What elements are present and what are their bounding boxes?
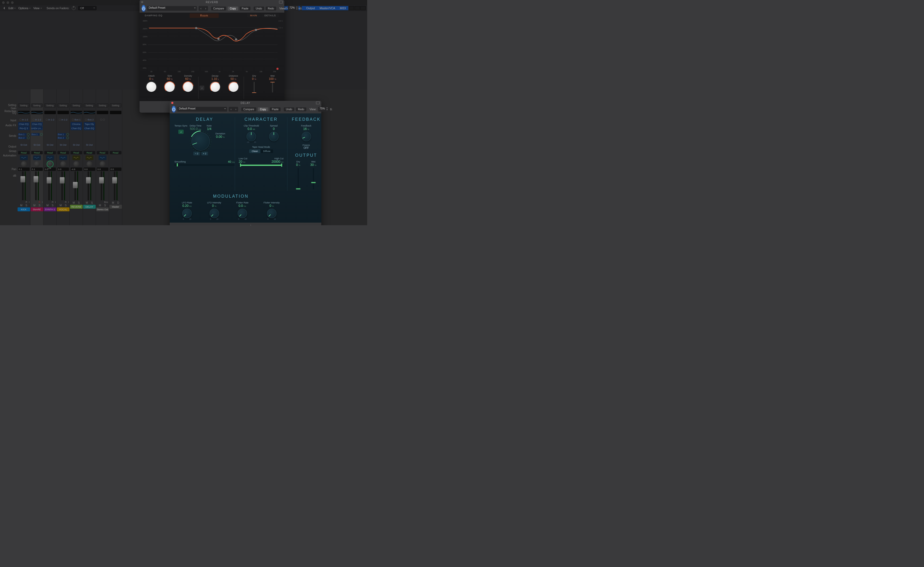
reverb-tab-main[interactable]: MAIN [247,14,261,17]
param-value[interactable]: 0.0 [238,204,243,208]
param-value[interactable]: 50 [231,77,234,80]
insert-icon[interactable] [72,155,80,160]
mute-solo-row[interactable]: MS [84,202,95,204]
menu-view[interactable]: View [33,6,42,10]
param-value[interactable]: 0.20 [182,204,188,208]
db-readout[interactable]: 0.0 [110,167,122,171]
size-knob[interactable] [165,82,175,92]
reverb-link-icon[interactable]: ⎘ [300,6,302,11]
setting-button[interactable]: Setting [44,104,56,107]
delay-expand-icon[interactable] [316,102,320,104]
smoothing-value[interactable]: 40 [228,160,231,163]
output-slot[interactable] [97,143,108,146]
pan-knob[interactable] [60,161,66,167]
param-value[interactable]: 1.10 [212,77,217,80]
lowcut-value[interactable]: 20 [238,160,242,164]
param-value[interactable]: 60 [167,77,170,80]
chevron-right-icon[interactable]: › [203,6,208,11]
channel-name[interactable]: Master [110,205,122,209]
chevron-left-icon[interactable]: ‹ [198,6,203,11]
reverb-expand-icon[interactable] [279,1,283,3]
output-slot[interactable]: St Out [70,143,82,146]
output-slot[interactable]: St Out [44,143,56,146]
mute-solo-row[interactable]: MS [31,204,43,207]
automation-mode[interactable]: Read [57,151,69,154]
fader[interactable] [70,171,82,200]
tape-head-segmented[interactable]: Clean Diffuse [249,149,273,153]
flutter_int-knob[interactable] [267,209,276,218]
eq-thumbnail[interactable] [110,111,122,114]
reverb-titlebar[interactable]: REVERB [140,0,284,4]
pan-knob[interactable] [74,161,79,167]
channel-strip[interactable]: Setting In 1-2St OutRead+240.0RIMSSYNTH … [44,89,57,225]
channel-name[interactable]: SNARE [31,208,43,211]
reverb-copy-button[interactable]: Copy [228,6,238,11]
decay-knob[interactable] [210,82,220,92]
view-mode-1-icon[interactable] [349,6,354,10]
fader[interactable] [110,171,122,200]
delay-redo-button[interactable]: Redo [296,107,306,111]
fx-slot[interactable]: Pro-Q 3 [18,126,30,130]
dry-value[interactable]: 0 [296,163,298,167]
eq-thumbnail[interactable] [44,111,56,114]
channel-name[interactable]: KICK [18,208,30,211]
delay-power-icon[interactable] [172,106,176,113]
fader[interactable] [97,171,108,200]
rec-input-row[interactable]: Bnc [97,201,108,203]
automation-mode[interactable]: Read [31,151,43,154]
note-sync-icon[interactable]: ♪ [200,86,204,90]
smoothing-slider[interactable] [174,164,235,165]
insert-icon[interactable] [20,155,28,160]
eq-thumbnail[interactable] [70,111,82,114]
reverb-tab-room[interactable]: Room [190,14,219,18]
fader[interactable] [84,171,95,200]
reverb-undo-button[interactable]: Undo [254,6,264,11]
channel-name[interactable]: SYNTH 2 [44,208,56,211]
spread-knob[interactable] [269,132,279,141]
menu-edit[interactable]: Edit [8,6,16,10]
insert-icon[interactable] [99,155,106,160]
channel-name[interactable]: VOCAL [57,208,69,211]
mute-solo-row[interactable]: MD [110,202,122,204]
insert-icon[interactable] [33,155,41,160]
db-readout[interactable]: 0.0 [84,167,95,171]
delay-window-controls[interactable] [171,102,173,104]
input-slot[interactable] [110,118,122,121]
fader[interactable] [18,171,30,200]
feedback-knob[interactable] [302,132,311,141]
view-mode-3-icon[interactable] [360,6,366,10]
highcut-value[interactable]: 20000 [272,160,280,164]
io-slot[interactable] [97,118,108,121]
send-slot[interactable]: Bus 1 [31,132,43,136]
automation-mode[interactable]: Read [110,151,122,154]
channel-strip[interactable]: Setting In 1-2Chan EQUADx LA...Bus 1St O… [30,89,44,225]
pan-knob[interactable] [21,161,27,167]
setting-button[interactable]: Setting [18,104,30,107]
send-slot[interactable]: Bus 1 [18,132,30,136]
input-slot[interactable]: Bus 2 [84,118,95,121]
eq-thumbnail[interactable] [84,111,95,114]
back-arrow-icon[interactable] [2,7,5,9]
delay-link-icon[interactable]: ⎘ [330,107,332,111]
channel-strip[interactable]: SettingRead0.0BncMSStereo Out [96,89,109,225]
channel-strip[interactable]: Setting In 1-2Chan EQPro-Q 3Bus 1Bus 2St… [17,89,30,225]
chevron-right-icon[interactable]: › [233,107,238,111]
delay-preset-nav[interactable]: ‹› [229,107,238,111]
automation-mode[interactable]: Read [18,151,30,154]
reverb-eq-graph[interactable]: 300%200%100%80%60%40%20% 2.2 s1.1 s 3060… [141,18,283,74]
filter-master[interactable]: Master/VCA [317,6,337,10]
fx-slot[interactable]: Chroma [70,122,82,126]
mute-solo-row[interactable]: MS [57,204,69,207]
tape-head-diffuse[interactable]: Diffuse [261,149,273,153]
fader[interactable] [44,171,56,200]
send-slot[interactable]: Bus 2 [57,136,69,139]
channel-strip[interactable]: SettingRead0.0MDMaster [109,89,122,225]
input-slot[interactable]: In 1-2 [57,118,69,121]
send-slot[interactable]: Bus 1 [57,132,69,136]
reverb-power-icon[interactable] [142,5,146,12]
reverb-plugin-window[interactable]: REVERB Default Preset ‹› Compare Copy Pa… [140,0,284,113]
fx-slot[interactable]: Chan EQ [84,126,95,130]
automation-mode[interactable]: Read [97,151,108,154]
insert-icon[interactable] [46,155,54,160]
db-readout[interactable]: 0.0 [57,167,69,171]
